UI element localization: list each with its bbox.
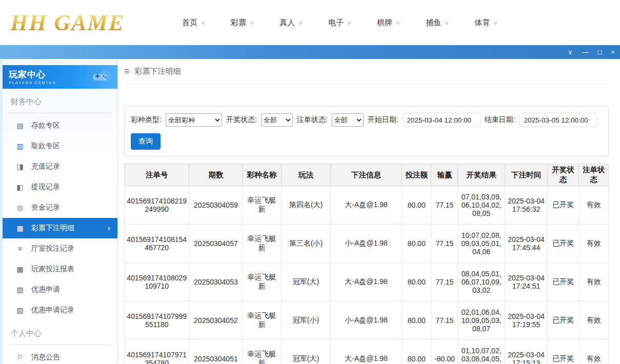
window-close-button[interactable]: × [611,49,615,55]
table-cell: 2025-03-04 17:24:51 [505,263,547,301]
sidebar-item-withdraw-zone[interactable]: ▥取款专区 [3,136,117,156]
table-cell: 有效 [579,225,609,263]
table-cell: 已开奖 [547,186,578,225]
sidebar-item-label: 玩家投注报表 [31,265,74,274]
sidebar-header: 玩家中心 PLAYERS CENTER [3,65,117,89]
sidebar-item-lottery-bet-detail[interactable]: ▦彩票下注明细› [3,218,117,238]
sidebar-item-message-announcements[interactable]: ⚐消息公告 [3,347,117,364]
table-header-row: 注单号期数彩种名称玩法下注信息投注额输赢开奖结果下注时间开奖状态注单状态 [125,164,609,186]
sidebar-section-title: 财务中心 [9,97,111,113]
cashout-icon: ◧ [16,183,24,191]
table-cell: 已开奖 [547,301,578,340]
table-cell: 07,01,03,09,06,10,04,02,08,05 [458,186,505,225]
table-header-cell: 输赢 [431,164,458,186]
table-row: 40156917410815446772020250304057幸运飞艇新第三名… [125,225,609,263]
table-cell: 20250304051 [189,340,243,364]
list-icon: ≡ [16,245,24,253]
breadcrumb: ≡ 彩票下注明细 [124,59,609,85]
sidebar-item-promo-apply[interactable]: ▧优惠申请 [3,279,117,300]
table-header-cell: 注单状态 [579,164,609,186]
menu-icon[interactable]: ≡ [124,66,130,77]
order-status-label: 注单状态: [297,115,328,125]
draw-status-select[interactable]: 全部 [261,113,293,127]
end-date-input[interactable] [519,113,597,127]
table-cell: 02,01,06,04,10,09,05,03,08,07 [458,301,505,340]
window-titlebar: ∨—□× [0,45,620,59]
sidebar-header-text: 玩家中心 PLAYERS CENTER [9,69,56,85]
bell-icon: ⚐ [16,353,24,361]
table-cell: 20250304053 [189,263,243,301]
app-body: 玩家中心 PLAYERS CENTER 财务中心▤存款专区▥取款专区◨充值记录◧… [0,59,620,364]
start-date-label: 开始日期: [368,115,398,125]
recharge-icon: ◨ [16,163,24,171]
sidebar-item-label: 厅室投注记录 [31,244,74,253]
sidebar-item-label: 充值记录 [31,162,60,171]
sidebar-item-label: 提现记录 [31,183,60,192]
table-cell: 小-A盘@1.98 [331,225,402,263]
table-cell: 20250304059 [189,186,243,225]
chevron-down-icon: ∨ [298,19,304,26]
table-header-cell: 下注信息 [331,164,402,186]
nav-item-label: 体育 [474,18,490,28]
sidebar-item-funds-records[interactable]: ◎资金记录 [3,197,117,218]
table-header-cell: 投注额 [402,164,431,186]
search-button[interactable]: 查询 [131,133,161,150]
nav-item-label: 捕鱼 [426,18,441,28]
window-minimize-button[interactable]: — [582,49,589,55]
table-cell: 幸运飞艇新 [243,225,282,263]
sidebar-item-label: 取款专区 [31,141,60,151]
table-header-cell: 玩法 [281,164,330,186]
table-header-cell: 期数 [189,164,243,186]
chevron-down-icon: ∨ [444,19,450,26]
nav-item-lottery[interactable]: 彩票∨ [231,18,254,28]
nav-item-label: 真人 [279,18,295,28]
table-cell: 已开奖 [547,225,578,263]
lottery-type-select[interactable]: 全部彩种 [166,113,222,127]
sidebar-item-withdrawal-records[interactable]: ◧提现记录 [3,177,117,197]
table-cell: 有效 [579,301,609,340]
window-dropdown-button[interactable]: ∨ [568,49,573,55]
table-cell: 80.00 [402,186,431,225]
chevron-down-icon: ∨ [493,19,498,26]
start-date-input[interactable] [403,113,481,127]
table-cell: 大-A盘@1.98 [331,340,402,364]
table-cell: 幸运飞艇新 [243,340,282,364]
logo: HH GAME [10,10,159,36]
document-icon: ▦ [16,224,24,232]
top-header: HH GAME 首页∨彩票∨真人∨电子∨棋牌∨捕鱼∨体育∨ [0,0,620,45]
sidebar-item-room-bet-records[interactable]: ≡厅室投注记录 [3,238,117,259]
nav-item-live[interactable]: 真人∨ [279,18,303,28]
main-content: ≡ 彩票下注明细 彩种类型: 全部彩种 开奖状态: 全部 注单状态: 全部 开始… [118,59,620,364]
table-header-cell: 注单号 [125,164,189,186]
page-title: 彩票下注明细 [135,67,181,76]
order-status-select[interactable]: 全部 [332,113,364,127]
table-cell: 小-A盘@1.98 [331,301,402,340]
lottery-type-label: 彩种类型: [131,115,162,125]
report-icon: ▩ [16,265,24,273]
nav-item-cards[interactable]: 棋牌∨ [377,18,400,28]
sidebar-item-player-bet-report[interactable]: ▩玩家投注报表 [3,259,117,279]
table-cell: 冠军(大) [281,340,330,364]
sidebar-item-promo-apply-records[interactable]: ▨优惠申请记录 [3,300,117,320]
sidebar-item-deposit-zone[interactable]: ▤存款专区 [3,115,117,136]
nav-item-label: 彩票 [231,18,246,28]
main-nav: 首页∨彩票∨真人∨电子∨棋牌∨捕鱼∨体育∨ [182,18,497,28]
window-maximize-button[interactable]: □ [598,49,602,55]
nav-item-sports[interactable]: 体育∨ [474,18,497,28]
table-cell: 2025-03-04 17:45:44 [505,225,547,263]
deposit-icon: ▤ [16,122,24,130]
table-header-cell: 下注时间 [505,164,547,186]
sidebar-item-label: 优惠申请 [31,285,60,294]
nav-item-label: 棋牌 [377,18,392,28]
nav-item-fishing[interactable]: 捕鱼∨ [426,18,449,28]
table-cell: 80.00 [402,263,431,301]
nav-item-home[interactable]: 首页∨ [182,18,205,28]
table-cell: 大-A盘@1.98 [331,263,402,301]
nav-item-slots[interactable]: 电子∨ [328,18,351,28]
table-cell: 401569174108154467720 [125,225,189,263]
sidebar-item-recharge-records[interactable]: ◨充值记录 [3,156,117,177]
table-header-cell: 开奖状态 [547,164,578,186]
table-cell: 01,10,07,02,03,08,04,05,06,09 [458,340,505,364]
table-cell: 已开奖 [547,340,578,364]
sidebar-item-label: 彩票下注明细 [31,224,74,233]
